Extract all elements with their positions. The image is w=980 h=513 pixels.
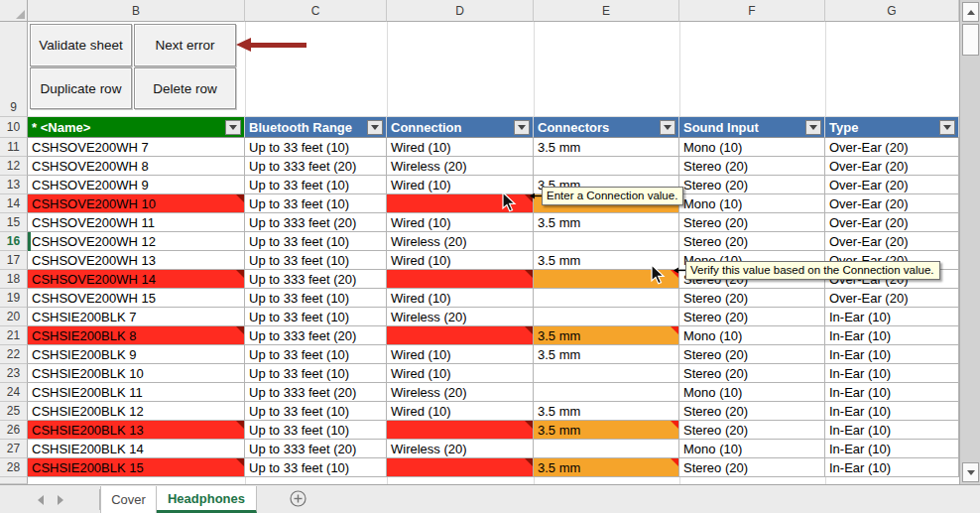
cell-sound-row-13[interactable]: Stereo (20) (679, 176, 825, 194)
cell-conn-row-19[interactable]: Wired (10) (387, 289, 534, 308)
cell-conn-row-11[interactable]: Wired (10) (387, 138, 534, 157)
cell-name-row-27[interactable]: CSHSIE200BLK 14 (28, 440, 245, 458)
cell-name-row-23[interactable]: CSHSIE200BLK 10 (28, 364, 245, 383)
row-header-26[interactable]: 26 (0, 421, 28, 440)
cell-conn-row-28[interactable] (387, 458, 534, 477)
cell-conn-row-25[interactable]: Wired (10) (387, 402, 534, 421)
sheet-nav-right-icon[interactable] (58, 495, 63, 505)
cell-sound-row-15[interactable]: Stereo (20) (679, 213, 825, 232)
column-header-C[interactable]: C (245, 0, 387, 22)
vertical-scrollbar[interactable] (959, 0, 980, 484)
cell-name-row-11[interactable]: CSHSOVE200WH 7 (28, 138, 245, 157)
cell-connec-row-24[interactable] (534, 383, 679, 402)
row-header-partial[interactable] (0, 477, 28, 484)
header-type[interactable]: Type (825, 117, 959, 138)
cell-name-row-13[interactable]: CSHSOVE200WH 9 (28, 176, 245, 194)
column-header-G[interactable]: G (825, 0, 959, 22)
cell-sound-row-12[interactable]: Stereo (20) (679, 157, 825, 176)
filter-button-connection[interactable] (514, 120, 530, 135)
sheet-tab-headphones[interactable]: Headphones (157, 486, 257, 513)
scroll-up-button[interactable] (962, 2, 979, 22)
cell-connec-row-15[interactable]: 3.5 mm (534, 213, 679, 232)
cell-name-row-12[interactable]: CSHSOVE200WH 8 (28, 157, 245, 176)
row-header-19[interactable]: 19 (0, 289, 28, 308)
cell-type-row-16[interactable]: Over-Ear (20) (825, 232, 959, 251)
row-header-15[interactable]: 15 (0, 213, 28, 232)
row-header-23[interactable]: 23 (0, 364, 28, 383)
cell-sound-row-26[interactable]: Stereo (20) (679, 421, 825, 440)
header-bluetooth-range[interactable]: Bluetooth Range (245, 117, 387, 138)
sheet-nav-left-icon[interactable] (38, 495, 44, 505)
cell-sound-row-23[interactable]: Stereo (20) (679, 364, 825, 383)
row-header-12[interactable]: 12 (0, 157, 28, 176)
column-header-B[interactable]: B (28, 0, 245, 22)
cell-bt-row-19[interactable]: Up to 33 feet (10) (245, 289, 387, 308)
header-sound-input[interactable]: Sound Input (679, 117, 825, 138)
cell-conn-row-15[interactable]: Wired (10) (387, 213, 534, 232)
cell-sound-row-21[interactable]: Mono (10) (679, 326, 825, 345)
cell-conn-row-23[interactable]: Wired (10) (387, 364, 534, 383)
cell-bt-row-18[interactable]: Up to 333 feet (20) (245, 270, 387, 289)
cell-name-row-17[interactable]: CSHSOVE200WH 13 (28, 251, 245, 270)
cell-bt-row-26[interactable]: Up to 33 feet (10) (245, 421, 387, 440)
cell-bt-row-17[interactable]: Up to 33 feet (10) (245, 251, 387, 270)
column-header-D[interactable]: D (387, 0, 534, 22)
cell-bt-row-21[interactable]: Up to 333 feet (20) (245, 326, 387, 345)
cell-type-row-24[interactable]: In-Ear (10) (825, 383, 959, 402)
row-header-9[interactable]: 9 (0, 22, 28, 117)
scroll-down-button[interactable] (962, 462, 979, 482)
cell-bt-row-20[interactable]: Up to 33 feet (10) (245, 308, 387, 326)
cell-bt-row-12[interactable]: Up to 333 feet (20) (245, 157, 387, 176)
row-header-10[interactable]: 10 (0, 117, 28, 138)
cell-type-row-21[interactable]: In-Ear (10) (825, 326, 959, 345)
cell-conn-row-16[interactable]: Wireless (20) (387, 232, 534, 251)
cell-bt-row-27[interactable]: Up to 333 feet (20) (245, 440, 387, 458)
cell-type-row-22[interactable]: In-Ear (10) (825, 345, 959, 364)
cell-name-row-14[interactable]: CSHSOVE200WH 10 (28, 194, 245, 213)
cell-name-row-16[interactable]: CSHSOVE200WH 12 (28, 232, 245, 251)
cell-conn-row-26[interactable] (387, 421, 534, 440)
cell-type-row-23[interactable]: In-Ear (10) (825, 364, 959, 383)
column-header-F[interactable]: F (679, 0, 825, 22)
cell-sound-row-28[interactable]: Stereo (20) (679, 458, 825, 477)
row-header-22[interactable]: 22 (0, 345, 28, 364)
header-name[interactable]: * <Name> (28, 117, 245, 138)
row-header-24[interactable]: 24 (0, 383, 28, 402)
cell-connec-row-16[interactable] (534, 232, 679, 251)
select-all-button[interactable] (0, 0, 28, 22)
filter-button-bluetooth-range[interactable] (367, 120, 383, 135)
filter-button-sound-input[interactable] (805, 120, 821, 135)
header-connection[interactable]: Connection (387, 117, 534, 138)
row-header-27[interactable]: 27 (0, 440, 28, 458)
row-header-17[interactable]: 17 (0, 251, 28, 270)
validate-sheet-button[interactable]: Validate sheet (30, 24, 132, 66)
add-sheet-button[interactable] (290, 490, 306, 507)
cell-sound-row-14[interactable]: Mono (10) (679, 194, 825, 213)
filter-button-connectors[interactable] (660, 120, 675, 135)
cell-sound-row-24[interactable]: Mono (10) (679, 383, 825, 402)
cell-sound-row-25[interactable]: Stereo (20) (679, 402, 825, 421)
cell-connec-row-19[interactable] (534, 289, 679, 308)
cell-type-row-27[interactable]: In-Ear (10) (825, 440, 959, 458)
cell-name-row-28[interactable]: CSHSIE200BLK 15 (28, 458, 245, 477)
cell-sound-row-19[interactable]: Stereo (20) (679, 289, 825, 308)
row-header-20[interactable]: 20 (0, 308, 28, 326)
row-header-14[interactable]: 14 (0, 194, 28, 213)
cell-name-row-22[interactable]: CSHSIE200BLK 9 (28, 345, 245, 364)
sheet-tab-cover[interactable]: Cover (100, 486, 157, 513)
cell-bt-row-23[interactable]: Up to 33 feet (10) (245, 364, 387, 383)
cell-type-row-20[interactable]: In-Ear (10) (825, 308, 959, 326)
cell-sound-row-11[interactable]: Mono (10) (679, 138, 825, 157)
row-header-28[interactable]: 28 (0, 458, 28, 477)
cell-connec-row-11[interactable]: 3.5 mm (534, 138, 679, 157)
cell-conn-row-18[interactable] (387, 270, 534, 289)
cell-name-row-25[interactable]: CSHSIE200BLK 12 (28, 402, 245, 421)
cell-conn-row-24[interactable]: Wireless (20) (387, 383, 534, 402)
cell-bt-row-14[interactable]: Up to 33 feet (10) (245, 194, 387, 213)
filter-button-type[interactable] (939, 120, 955, 135)
cell-bt-row-16[interactable]: Up to 33 feet (10) (245, 232, 387, 251)
cell-type-row-12[interactable]: Over-Ear (20) (825, 157, 959, 176)
cell-type-row-11[interactable]: Over-Ear (20) (825, 138, 959, 157)
cell-type-row-15[interactable]: Over-Ear (20) (825, 213, 959, 232)
header-connectors[interactable]: Connectors (534, 117, 679, 138)
